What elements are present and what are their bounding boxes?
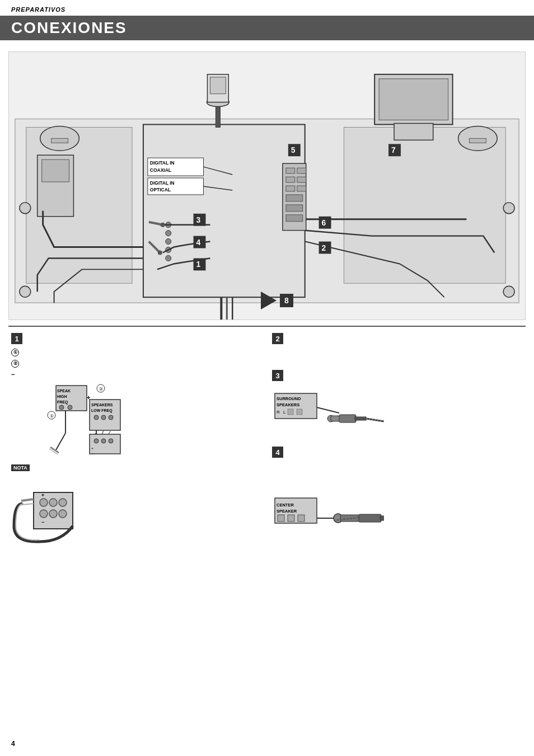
section-1-text: ① ② −: [11, 348, 262, 379]
svg-point-85: [94, 439, 99, 443]
section-1-diagram: SPEAK HIGH FREQ ① + SPEAKERS: [11, 383, 262, 461]
svg-text:R: R: [277, 410, 280, 415]
svg-point-86: [101, 439, 106, 443]
svg-point-110: [40, 510, 48, 518]
svg-text:SPEAK: SPEAK: [57, 389, 71, 393]
svg-rect-54: [288, 144, 301, 156]
svg-rect-25: [283, 163, 306, 230]
svg-rect-103: [355, 417, 366, 420]
section-badge-1: 1: [11, 333, 22, 344]
svg-point-13: [40, 126, 79, 151]
svg-rect-17: [38, 155, 74, 217]
svg-text:7: 7: [391, 145, 396, 154]
svg-rect-98: [297, 409, 302, 415]
svg-text:OPTICAL: OPTICAL: [150, 187, 171, 192]
header: PREPARATIVOS: [0, 0, 534, 16]
svg-rect-7: [148, 178, 204, 195]
svg-text:COAXIAL: COAXIAL: [150, 167, 171, 173]
section-divider: [8, 326, 526, 327]
svg-point-42: [166, 247, 171, 253]
svg-rect-27: [297, 168, 306, 173]
svg-rect-58: [388, 144, 401, 156]
svg-rect-121: [288, 515, 294, 522]
svg-rect-4: [148, 158, 204, 176]
svg-text:2: 2: [322, 243, 326, 252]
svg-rect-84: [90, 434, 120, 454]
svg-line-99: [317, 407, 339, 413]
svg-rect-46: [194, 258, 206, 270]
svg-text:②: ②: [99, 387, 103, 392]
svg-rect-12: [379, 79, 448, 120]
section-badge-4: 4: [272, 447, 283, 458]
svg-line-115: [21, 499, 34, 501]
svg-text:4: 4: [196, 238, 201, 247]
svg-point-108: [49, 499, 57, 506]
svg-point-77: [101, 415, 106, 420]
section-4: 4: [272, 447, 523, 461]
circle-2: ②: [11, 360, 19, 368]
svg-line-23: [203, 167, 232, 175]
arrow-icon: [261, 292, 277, 309]
svg-rect-56: [319, 217, 331, 229]
svg-rect-32: [286, 195, 303, 201]
svg-point-37: [503, 203, 514, 214]
svg-text:3: 3: [196, 215, 201, 224]
svg-text:HIGH: HIGH: [57, 395, 67, 398]
svg-point-40: [166, 231, 171, 236]
svg-line-67: [56, 433, 65, 450]
svg-point-64: [59, 405, 64, 410]
svg-rect-122: [298, 515, 305, 522]
svg-rect-11: [394, 123, 433, 140]
header-label: PREPARATIVOS: [11, 6, 65, 13]
section-3-diagram: SURROUND SPEAKERS R L: [272, 388, 523, 438]
svg-point-36: [20, 286, 31, 297]
circle-1: ①: [11, 349, 19, 356]
svg-rect-10: [374, 74, 452, 125]
svg-point-107: [40, 499, 48, 506]
svg-point-15: [458, 126, 498, 151]
svg-point-44: [161, 223, 165, 227]
svg-point-39: [166, 222, 171, 228]
svg-rect-3: [143, 124, 305, 297]
bottom-left-illustration: + −: [8, 477, 265, 553]
svg-point-43: [166, 255, 171, 261]
svg-rect-52: [194, 236, 206, 248]
section-badge-3: 3: [272, 370, 283, 381]
svg-point-35: [20, 203, 31, 214]
svg-rect-34: [286, 215, 303, 222]
svg-point-112: [59, 510, 67, 518]
svg-rect-21: [207, 74, 228, 102]
svg-point-20: [207, 98, 229, 107]
svg-rect-0: [15, 119, 519, 303]
svg-rect-127: [380, 516, 384, 520]
svg-point-78: [109, 415, 113, 420]
svg-text:LOW FREQ: LOW FREQ: [91, 408, 113, 413]
svg-point-45: [158, 251, 162, 255]
svg-point-41: [166, 239, 171, 245]
svg-text:SPEAKERS: SPEAKERS: [91, 403, 113, 407]
svg-line-24: [203, 186, 232, 190]
svg-text:SPEAKERS: SPEAKERS: [277, 402, 299, 407]
svg-rect-18: [42, 159, 69, 182]
svg-point-87: [109, 439, 113, 443]
svg-text:FREQ: FREQ: [57, 400, 68, 405]
title-bar: CONEXIONES: [0, 16, 534, 40]
svg-text:6: 6: [322, 218, 326, 227]
bottom-sections: 1 ① ② − SPEAK HIGH FREQ: [0, 330, 534, 474]
svg-point-65: [68, 405, 72, 410]
svg-text:CENTER: CENTER: [277, 503, 294, 508]
svg-text:DIGITAL IN: DIGITAL IN: [150, 160, 175, 166]
svg-text:L: L: [283, 410, 286, 415]
main-diagram: DIGITAL IN COAXIAL DIGITAL IN OPTICAL: [8, 51, 526, 320]
svg-text:−: −: [91, 452, 93, 456]
svg-rect-2: [344, 127, 505, 283]
page-number: 4: [11, 740, 15, 748]
bottom-right-illustration: CENTER SPEAKER: [269, 477, 526, 553]
svg-rect-33: [286, 205, 303, 212]
svg-text:DIGITAL IN: DIGITAL IN: [150, 180, 175, 186]
svg-point-76: [94, 415, 99, 420]
arrow-badge-8: 8: [261, 292, 293, 309]
svg-point-111: [49, 510, 57, 518]
svg-rect-1: [26, 127, 132, 283]
svg-text:SURROUND: SURROUND: [277, 396, 301, 401]
